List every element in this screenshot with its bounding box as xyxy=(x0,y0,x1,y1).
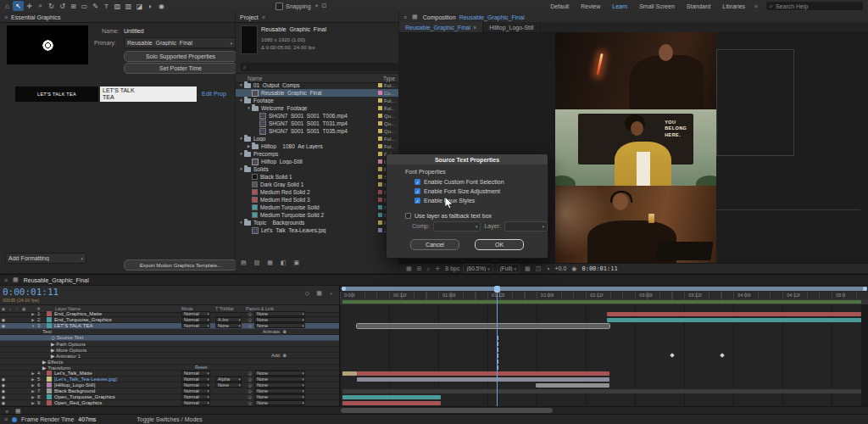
pickwhip-icon[interactable]: ◎ xyxy=(246,400,254,405)
timeline-layer-row[interactable]: ◉▶2End_Turquoise_GraphicsNormal▾A.Inv▾◎N… xyxy=(0,317,339,323)
eye-icon[interactable]: ◉ xyxy=(0,388,7,393)
project-row[interactable]: SHGN7_S001_S001_T031.mp4Qu... xyxy=(236,120,398,127)
parent-dropdown[interactable]: None▾ xyxy=(254,323,305,328)
blend-mode-dropdown[interactable]: Normal▾ xyxy=(181,388,210,393)
eye-icon[interactable]: ◉ xyxy=(0,382,7,388)
magnification-dropdown[interactable]: (60.5%)▾ xyxy=(463,264,492,273)
label-color-chip[interactable] xyxy=(378,121,382,126)
keyframe-diamond[interactable] xyxy=(670,353,675,358)
workspace-tab-review[interactable]: Review xyxy=(575,3,606,9)
add-property-icon[interactable]: ⊕ xyxy=(282,329,287,334)
playhead-line[interactable] xyxy=(497,292,498,406)
pickwhip-icon[interactable]: ◎ xyxy=(246,317,254,322)
timeline-layer-row[interactable]: ◉▶9Open_Red_GraphicsNormal▾◎None▾ xyxy=(0,400,339,406)
timeline-graph-pane[interactable]: 0:00f00:12f01:00f01:12f02:00f02:12f03:00… xyxy=(339,286,868,406)
expand-icon[interactable]: ▶ xyxy=(29,383,37,388)
shape-tool-icon[interactable]: ▭ xyxy=(79,1,90,11)
selected-item-name[interactable]: Reusable_Graphic_Final xyxy=(261,26,395,32)
comp-marker-bin-icon[interactable]: ◇ xyxy=(303,290,311,297)
blend-mode-dropdown[interactable]: Normal▾ xyxy=(181,323,210,328)
viewer-tab-hilltop-logo-still[interactable]: Hilltop_Logo-Still xyxy=(483,22,541,32)
layer-color-chip[interactable] xyxy=(47,394,52,399)
tree-expand-icon[interactable]: ▼ xyxy=(238,167,244,171)
set-poster-time-button[interactable]: Set Poster Time xyxy=(124,63,237,74)
project-row[interactable]: SHGN7_S001_S001_T035.mp4Qu... xyxy=(236,127,398,135)
solo-supported-properties-button[interactable]: Solo Supported Properties xyxy=(124,51,237,62)
label-color-chip[interactable] xyxy=(378,152,382,156)
name-column-header[interactable]: Name xyxy=(236,75,262,81)
panel-menu-icon[interactable]: ≡ xyxy=(4,14,8,20)
project-row[interactable]: Medium Turquoise SolidSo... xyxy=(236,204,398,211)
project-row[interactable]: SHGN7_S001_S001_T006.mp4Qu... xyxy=(236,112,398,120)
eye-icon[interactable]: ◉ xyxy=(0,394,7,399)
label-color-chip[interactable] xyxy=(378,91,382,95)
workspace-tab-default[interactable]: Default xyxy=(544,3,575,9)
panel-menu-icon[interactable]: ≡ xyxy=(403,14,407,20)
interpret-footage-icon[interactable]: ▤ xyxy=(239,259,248,266)
checkbox[interactable] xyxy=(405,213,411,219)
clone-stamp-tool-icon[interactable]: ▥ xyxy=(123,1,134,11)
viewer-timecode[interactable]: 0:00:01:11 xyxy=(581,265,617,272)
project-row[interactable]: Black Solid 1So... xyxy=(236,173,398,181)
project-search-field[interactable]: ⌕ xyxy=(241,63,398,71)
layer-duration-bar[interactable] xyxy=(357,324,609,328)
layer-duration-bar[interactable] xyxy=(607,312,861,316)
orbit-camera-tool-icon[interactable]: ↻ xyxy=(46,1,57,11)
layer-color-chip[interactable] xyxy=(47,323,52,328)
project-row[interactable]: ▼PrecompsFol... xyxy=(236,150,398,158)
stopwatch-icon[interactable]: ◷ xyxy=(51,335,55,340)
timeline-layer-row[interactable]: ◉▶8Open_Turquoise_GraphicsNormal▾◎None▾ xyxy=(0,394,339,400)
expand-icon[interactable]: ▶ xyxy=(29,389,37,393)
label-color-chip[interactable] xyxy=(378,182,382,187)
project-row[interactable]: ▼FootageFol... xyxy=(236,97,398,104)
puppet-pin-tool-icon[interactable]: ◉ xyxy=(156,1,167,11)
pickwhip-icon[interactable]: ◎ xyxy=(246,377,254,382)
expand-icon[interactable]: ▶ xyxy=(29,371,37,376)
layer-color-chip[interactable] xyxy=(47,317,52,322)
delete-icon[interactable]: ▣ xyxy=(292,259,302,266)
font-property-checkbox[interactable]: ✓Enable Faux Styles xyxy=(387,196,548,205)
tree-expand-icon[interactable]: ▼ xyxy=(246,106,252,110)
layer-color-chip[interactable] xyxy=(47,400,52,405)
pickwhip-icon[interactable]: ◎ xyxy=(246,371,254,376)
add-formatting-dropdown[interactable]: Add Formatting▾ xyxy=(5,253,86,264)
layer-color-chip[interactable] xyxy=(47,371,52,376)
layer-duration-bar[interactable] xyxy=(357,371,609,376)
composition-viewport[interactable]: YOU BELONG HERE. xyxy=(555,32,716,263)
trkmat-dropdown[interactable]: Alpha▾ xyxy=(215,377,242,382)
label-color-chip[interactable] xyxy=(378,167,382,171)
parent-dropdown[interactable]: None▾ xyxy=(254,317,305,322)
workspace-tab-small-screen[interactable]: Small Screen xyxy=(633,3,681,9)
layer-duration-bar[interactable] xyxy=(342,371,357,376)
layer-duration-bar[interactable] xyxy=(342,389,861,393)
panel-menu-icon[interactable]: ≡ xyxy=(262,14,265,20)
label-color-chip[interactable] xyxy=(378,98,382,103)
pen-tool-icon[interactable]: ✎ xyxy=(90,1,101,11)
label-color-chip[interactable] xyxy=(378,228,382,232)
layer-dropdown[interactable]: ▾ xyxy=(504,221,548,232)
text-property-preview[interactable]: LET'S TALK TEA xyxy=(15,86,98,102)
type-tool-icon[interactable]: T xyxy=(101,1,112,11)
cancel-button[interactable]: Cancel xyxy=(410,239,459,250)
playhead-handle[interactable] xyxy=(494,286,500,293)
eye-icon[interactable]: ◉ xyxy=(0,400,7,405)
template-name-field[interactable]: Untitled xyxy=(124,28,144,34)
trkmat-dropdown[interactable]: None▾ xyxy=(215,382,242,388)
workspace-overflow-icon[interactable]: » xyxy=(751,3,761,9)
trkmat-dropdown[interactable]: None▾ xyxy=(215,323,242,328)
exposure-value[interactable]: +0.0 xyxy=(555,265,567,271)
label-color-chip[interactable] xyxy=(378,220,382,225)
snap-crosshair-icon[interactable]: ⌖ xyxy=(314,3,320,8)
new-folder-icon[interactable]: ▧ xyxy=(253,259,262,266)
timeline-tab[interactable]: Reusable_Graphic_Final xyxy=(24,277,89,283)
snapping-control[interactable]: Snapping ⌖⊡ xyxy=(275,3,328,10)
new-composition-icon[interactable]: ▦ xyxy=(265,259,275,266)
panel-menu-icon[interactable]: ≡ xyxy=(4,277,8,283)
add-property-icon[interactable]: ⊕ xyxy=(282,353,287,358)
project-row[interactable]: ▼SolidsFol... xyxy=(236,165,398,173)
label-color-chip[interactable] xyxy=(378,159,382,164)
mask-visibility-icon[interactable]: ◫ xyxy=(534,265,543,272)
blend-mode-dropdown[interactable]: Normal▾ xyxy=(181,311,210,316)
tree-expand-icon[interactable]: ▼ xyxy=(238,220,244,225)
snapping-checkbox[interactable] xyxy=(275,3,283,10)
